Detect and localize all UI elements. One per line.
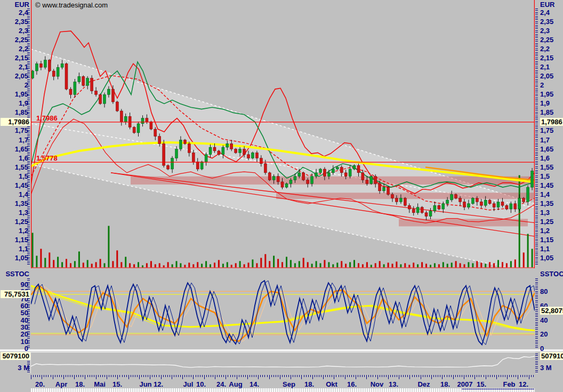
x-axis-label: 18. xyxy=(75,380,85,388)
x-axis-label: 12. xyxy=(154,380,163,388)
sstoc-tick-label-right: 40 xyxy=(540,316,548,324)
price-tick-label-right: 1,35 xyxy=(540,199,553,207)
price-tick-label-right: 1,7 xyxy=(540,136,550,144)
price-level-badge-left: 1,7986 xyxy=(1,118,30,126)
volume-chart-canvas[interactable] xyxy=(31,353,535,373)
volume-tick-right: 3 M xyxy=(540,364,552,372)
price-axis-ticks-right xyxy=(535,9,538,266)
price-tick-label-right: 1,2 xyxy=(540,227,550,235)
price-tick-label-left: 1,3 xyxy=(1,209,28,217)
price-tick-label-right: 1,45 xyxy=(540,181,553,189)
price-tick-label-left: 1,6 xyxy=(1,154,28,162)
price-tick-label-left: 1,5 xyxy=(1,172,28,180)
x-axis-label: Dez xyxy=(417,380,430,388)
price-tick-label-right: 1,65 xyxy=(540,145,553,153)
volume-tick-left: 3 M xyxy=(1,364,29,372)
x-axis-label: Nov xyxy=(371,380,384,388)
sstoc-tick-label-right: 0 xyxy=(540,345,544,353)
x-axis-label: 20. xyxy=(35,380,45,388)
price-tick-label-right: 2,05 xyxy=(540,72,553,80)
price-axis-unit-right: EUR xyxy=(540,1,554,9)
sstoc-axis-ticks-right xyxy=(535,278,538,349)
price-tick-label-right: 2 xyxy=(540,81,544,89)
price-tick-label-left: 1,05 xyxy=(1,254,28,262)
price-tick-label-left: 2,25 xyxy=(1,36,28,44)
resistance-level-label: 1,7986 xyxy=(36,114,58,122)
sstoc-tick-label-left: 50 xyxy=(1,309,28,317)
x-axis-label: 15. xyxy=(112,380,122,388)
trading-chart-window: EUR EUR © www.tradesignal.com 1,7986 1,5… xyxy=(0,0,563,392)
sstoc-tick-label-left: 20 xyxy=(1,330,28,338)
price-tick-label-left: 1,15 xyxy=(1,236,28,244)
price-tick-label-left: 2 xyxy=(1,81,28,89)
x-axis-label: Okt xyxy=(326,380,337,388)
price-tick-label-right: 1,25 xyxy=(540,218,553,226)
volume-value-badge-left: 5079100 xyxy=(1,352,30,360)
price-tick-label-left: 2,3 xyxy=(1,27,28,35)
x-axis-label: 14. xyxy=(250,380,259,388)
sstoc-tick-label-left: 0 xyxy=(1,345,28,353)
price-tick-label-right: 1,6 xyxy=(540,154,550,162)
sstoc-tick-label-right: 80 xyxy=(540,287,548,295)
sstoc-tick-label-right: 20 xyxy=(540,330,548,338)
x-axis-label: 13. xyxy=(389,380,398,388)
price-tick-label-left: 2,4 xyxy=(1,9,28,17)
price-tick-label-right: 2,2 xyxy=(540,45,550,53)
sstoc-axis-title-right: SSTOC xyxy=(540,270,563,278)
x-axis-label: 12. xyxy=(519,380,528,388)
price-tick-label-right: 2,1 xyxy=(540,63,550,71)
support-level-label: 1,5778 xyxy=(36,154,58,162)
volume-axis-ticks-right xyxy=(535,354,538,372)
stochastic-chart-canvas[interactable] xyxy=(31,269,535,349)
price-tick-label-left: 2,15 xyxy=(1,54,28,62)
price-chart-canvas[interactable] xyxy=(31,0,535,268)
x-axis-ticks-major xyxy=(31,375,535,379)
price-tick-label-right: 1,15 xyxy=(540,236,553,244)
price-tick-label-left: 1,2 xyxy=(1,227,28,235)
price-tick-label-right: 1,05 xyxy=(540,254,553,262)
x-axis-label: Sep xyxy=(283,380,295,388)
x-axis-label: 24. xyxy=(216,380,226,388)
x-axis-label: 2007 xyxy=(457,380,473,388)
price-tick-label-left: 2,1 xyxy=(1,63,28,71)
price-tick-label-right: 1,85 xyxy=(540,108,553,116)
price-tick-label-left: 1,7 xyxy=(1,136,28,144)
year-divider-line xyxy=(462,389,534,389)
x-axis-label: Aug xyxy=(229,380,242,388)
price-tick-label-left: 1,35 xyxy=(1,199,28,207)
price-tick-label-right: 1,9 xyxy=(540,99,550,107)
x-axis-label: 18. xyxy=(440,380,450,388)
price-tick-label-left: 1,75 xyxy=(1,126,28,134)
price-axis-unit-left: EUR xyxy=(1,1,29,9)
price-tick-label-right: 1,1 xyxy=(540,245,550,253)
bottom-scrollbar[interactable] xyxy=(31,388,535,392)
sstoc-value-badge-right: 52,8075 xyxy=(540,307,563,315)
price-tick-label-left: 1,1 xyxy=(1,245,28,253)
x-axis-label: 18. xyxy=(304,380,314,388)
watermark: © www.tradesignal.com xyxy=(35,1,108,9)
x-axis-label: 10. xyxy=(196,380,206,388)
price-tick-label-left: 1,95 xyxy=(1,90,28,98)
price-tick-label-right: 1,4 xyxy=(540,190,550,198)
price-tick-label-left: 1,4 xyxy=(1,190,28,198)
price-tick-label-left: 1,25 xyxy=(1,218,28,226)
price-level-badge-right: 1,7986 xyxy=(540,118,563,126)
price-tick-label-right: 2,25 xyxy=(540,36,553,44)
x-axis-label: 15. xyxy=(477,380,486,388)
sstoc-value-badge-left: 75,7531 xyxy=(1,290,30,298)
x-axis-label: Apr xyxy=(55,380,67,388)
price-tick-label-right: 1,55 xyxy=(540,163,553,171)
price-tick-label-right: 2,3 xyxy=(540,27,550,35)
x-axis-label: Jul xyxy=(183,380,194,388)
price-tick-label-left: 1,85 xyxy=(1,108,28,116)
price-tick-label-right: 1,75 xyxy=(540,126,553,134)
price-tick-label-left: 1,45 xyxy=(1,181,28,189)
sstoc-axis-title-left: SSTOC xyxy=(1,270,29,278)
price-tick-label-left: 2,2 xyxy=(1,45,28,53)
x-axis-label: Jun xyxy=(139,380,151,388)
price-tick-label-left: 1,55 xyxy=(1,163,28,171)
price-tick-label-right: 2,4 xyxy=(540,9,550,17)
price-tick-label-left: 1,65 xyxy=(1,145,28,153)
volume-value-badge-right: 5079100 xyxy=(540,352,563,360)
price-tick-label-right: 2,15 xyxy=(540,54,553,62)
